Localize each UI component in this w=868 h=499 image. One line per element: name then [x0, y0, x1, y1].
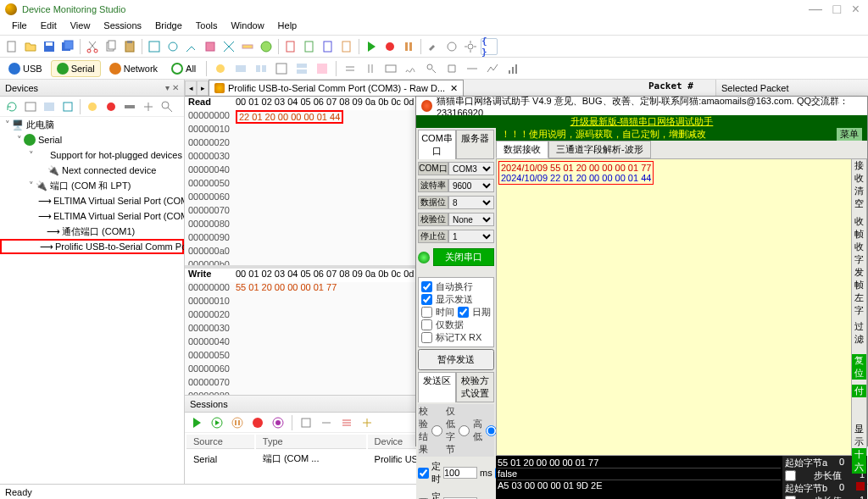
- rtab-recv[interactable]: 数据接收: [496, 141, 548, 158]
- pane-controls[interactable]: ▾ ✕: [165, 83, 179, 92]
- w4-icon[interactable]: [403, 60, 420, 77]
- recv-log[interactable]: 2024/10/09 55 01 20 00 00 00 01 77 2024/…: [496, 158, 867, 456]
- s-x3-icon[interactable]: [338, 414, 355, 431]
- chk-showtx[interactable]: [421, 294, 432, 305]
- braces-icon[interactable]: { }: [481, 38, 498, 55]
- tool3-icon[interactable]: [183, 38, 200, 55]
- s-x2-icon[interactable]: [318, 414, 335, 431]
- cut-icon[interactable]: [84, 38, 101, 55]
- dev-b5-icon[interactable]: [103, 98, 120, 115]
- menu-file[interactable]: File: [5, 19, 34, 35]
- filter-usb[interactable]: USB: [3, 61, 47, 76]
- s-pause-icon[interactable]: [229, 414, 246, 431]
- s-play-icon[interactable]: [188, 414, 205, 431]
- v4-icon[interactable]: [273, 60, 290, 77]
- w7-icon[interactable]: [464, 60, 481, 77]
- pause-send-button[interactable]: 暂停发送: [418, 349, 494, 370]
- save-all-icon[interactable]: [59, 38, 76, 55]
- chk-autowrap[interactable]: [421, 281, 432, 292]
- pause-icon[interactable]: [400, 38, 417, 55]
- paste-icon[interactable]: [121, 38, 138, 55]
- tab-close-icon[interactable]: ✕: [450, 83, 458, 94]
- doc1-icon[interactable]: [282, 38, 299, 55]
- w1-icon[interactable]: [342, 60, 359, 77]
- stopbits-select[interactable]: 1: [448, 230, 494, 243]
- menu-edit[interactable]: Edit: [34, 19, 64, 35]
- tab-raw-data[interactable]: Prolific USB-to-Serial Comm Port (COM3) …: [209, 80, 464, 96]
- tool5-icon[interactable]: [220, 38, 237, 55]
- s-stop-icon[interactable]: [249, 414, 266, 431]
- tab-server[interactable]: 服务器: [456, 130, 494, 159]
- maomao-banner1[interactable]: 升级最新版-猫猫串口网络调试助手: [416, 115, 867, 128]
- w2-icon[interactable]: [362, 60, 379, 77]
- crc-opt-hilo[interactable]: [459, 425, 470, 436]
- save-icon[interactable]: [41, 38, 58, 55]
- menu-view[interactable]: View: [64, 19, 97, 35]
- play-icon[interactable]: [363, 38, 380, 55]
- tab-prev[interactable]: ◂: [185, 80, 197, 96]
- menu-window[interactable]: Window: [224, 19, 270, 35]
- menu-help[interactable]: Help: [271, 19, 304, 35]
- dev-search-icon[interactable]: [159, 98, 175, 115]
- v5-icon[interactable]: [293, 60, 310, 77]
- dev-b4-icon[interactable]: [84, 98, 101, 115]
- tool1-icon[interactable]: [146, 38, 163, 55]
- reset-button[interactable]: 复位: [852, 354, 866, 380]
- device-tree[interactable]: ˅🖥️此电脑 ˅Serial ˅Support for hot-plugged …: [0, 117, 184, 484]
- tool4-icon[interactable]: [202, 38, 219, 55]
- v1-icon[interactable]: [212, 60, 229, 77]
- conn1-icon[interactable]: [425, 38, 442, 55]
- filter-network[interactable]: Network: [104, 61, 163, 76]
- menu-tools[interactable]: Tools: [189, 19, 225, 35]
- w8-icon[interactable]: [484, 60, 501, 77]
- maomao-titlebar[interactable]: 猫猫串口网络调试助手 V4.9 意见、BUG、改善、定制-联系阿猫:amaoma…: [416, 97, 867, 115]
- maomao-menu[interactable]: 菜单: [837, 128, 862, 141]
- doc2-icon[interactable]: [301, 38, 318, 55]
- w6-icon[interactable]: [443, 60, 460, 77]
- s-x1-icon[interactable]: [298, 414, 314, 431]
- dev-b3-icon[interactable]: [59, 98, 76, 115]
- menu-bridge[interactable]: Bridge: [148, 19, 189, 35]
- tab-send[interactable]: 发送区: [418, 372, 456, 402]
- w5-icon[interactable]: [423, 60, 440, 77]
- timed1-chk[interactable]: [418, 468, 429, 479]
- maomao-banner2[interactable]: ！！！使用说明，源码获取，自己定制，增删减改: [501, 128, 706, 141]
- s-play2-icon[interactable]: [209, 414, 225, 431]
- open-icon[interactable]: [22, 38, 39, 55]
- w9-icon[interactable]: [504, 60, 521, 77]
- chk-time[interactable]: [421, 307, 432, 318]
- com-select[interactable]: COM3: [448, 162, 494, 175]
- menu-sessions[interactable]: Sessions: [97, 19, 148, 35]
- timed1-input[interactable]: [443, 467, 477, 479]
- tab-next[interactable]: ▸: [197, 80, 209, 96]
- s-rec-icon[interactable]: [270, 414, 287, 431]
- tab-crc[interactable]: 校验方式设置: [456, 372, 494, 402]
- tool2-icon[interactable]: [164, 38, 181, 55]
- v6-icon[interactable]: [314, 60, 331, 77]
- chk-date[interactable]: [458, 307, 469, 318]
- doc3-icon[interactable]: [320, 38, 337, 55]
- crc-opt-low[interactable]: [431, 425, 442, 436]
- s-x4-icon[interactable]: [359, 414, 376, 431]
- chk-dataonly[interactable]: [421, 319, 432, 330]
- maomao-window[interactable]: 猫猫串口网络调试助手 V4.9 意见、BUG、改善、定制-联系阿猫:amaoma…: [415, 96, 868, 446]
- step-b-chk[interactable]: [785, 495, 796, 499]
- new-icon[interactable]: [3, 38, 20, 55]
- v3-icon[interactable]: [253, 60, 270, 77]
- parity-select[interactable]: None: [448, 213, 494, 226]
- dev-refresh-icon[interactable]: [3, 98, 20, 115]
- tool6-icon[interactable]: [239, 38, 256, 55]
- step-a-chk[interactable]: [785, 469, 796, 482]
- doc4-icon[interactable]: [338, 38, 355, 55]
- dev-b1-icon[interactable]: [22, 98, 39, 115]
- filter-serial[interactable]: Serial: [51, 60, 101, 77]
- tab-com[interactable]: COM串口: [418, 130, 456, 159]
- baud-select[interactable]: 9600: [448, 179, 494, 192]
- gear-icon[interactable]: [462, 38, 479, 55]
- copy-icon[interactable]: [103, 38, 120, 55]
- window-controls[interactable]: — □ ×: [809, 2, 863, 17]
- rtab-wave[interactable]: 三通道字段解析-波形: [548, 141, 651, 158]
- w3-icon[interactable]: [382, 60, 399, 77]
- dev-b7-icon[interactable]: [140, 98, 157, 115]
- rec-icon[interactable]: [381, 38, 398, 55]
